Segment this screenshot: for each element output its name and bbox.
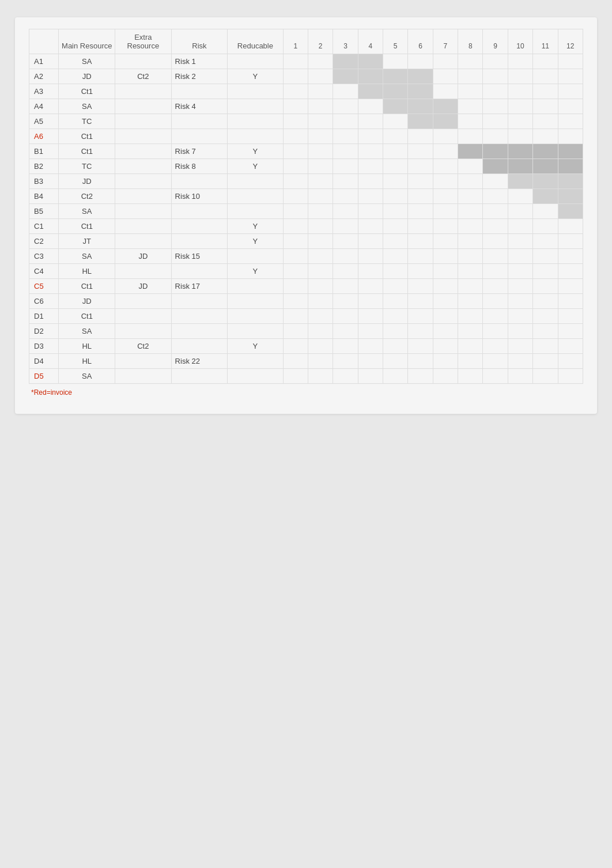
- gantt-cell-A6-3: [333, 129, 358, 144]
- gantt-cell-A4-10: [508, 99, 532, 114]
- cell-risk: [171, 309, 228, 324]
- gantt-cell-B3-8: [458, 174, 483, 189]
- gantt-cell-D2-2: [308, 324, 333, 339]
- gantt-cell-D1-3: [333, 309, 358, 324]
- gantt-cell-A4-12: [558, 99, 583, 114]
- footnote: *Red=invoice: [29, 388, 583, 397]
- gantt-cell-C4-11: [533, 264, 558, 279]
- cell-extra-resource: [115, 174, 172, 189]
- gantt-cell-B4-7: [433, 189, 458, 204]
- gantt-cell-C5-10: [508, 279, 532, 294]
- header-id: [29, 29, 59, 54]
- cell-extra-resource: [115, 204, 172, 219]
- gantt-cell-C4-8: [458, 264, 483, 279]
- gantt-cell-C5-4: [358, 279, 383, 294]
- gantt-cell-B1-4: [358, 144, 383, 159]
- gantt-cell-B3-9: [483, 174, 508, 189]
- gantt-cell-D5-3: [333, 369, 358, 384]
- gantt-cell-A3-1: [283, 84, 308, 99]
- gantt-cell-A5-7: [433, 114, 458, 129]
- gantt-cell-B5-12: [558, 204, 583, 219]
- gantt-cell-D4-6: [408, 354, 433, 369]
- cell-id: B4: [29, 189, 59, 204]
- cell-id: D2: [29, 324, 59, 339]
- gantt-cell-C6-4: [358, 294, 383, 309]
- gantt-cell-C2-12: [558, 234, 583, 249]
- cell-id: A4: [29, 99, 59, 114]
- gantt-cell-C4-6: [408, 264, 433, 279]
- gantt-cell-C5-5: [383, 279, 408, 294]
- gantt-cell-D2-10: [508, 324, 532, 339]
- gantt-cell-C1-12: [558, 219, 583, 234]
- gantt-cell-D5-4: [358, 369, 383, 384]
- gantt-cell-B5-5: [383, 204, 408, 219]
- gantt-cell-A6-4: [358, 129, 383, 144]
- gantt-cell-D2-3: [333, 324, 358, 339]
- cell-extra-resource: JD: [115, 249, 172, 264]
- table-row: B4Ct2Risk 10: [29, 189, 583, 204]
- gantt-cell-D3-1: [283, 339, 308, 354]
- table-row: A4SARisk 4: [29, 99, 583, 114]
- cell-id: C3: [29, 249, 59, 264]
- gantt-cell-A5-12: [558, 114, 583, 129]
- gantt-cell-C3-9: [483, 249, 508, 264]
- gantt-cell-A5-5: [383, 114, 408, 129]
- gantt-cell-A2-3: [333, 69, 358, 84]
- cell-reducable: [228, 189, 283, 204]
- gantt-cell-D2-4: [358, 324, 383, 339]
- gantt-cell-B4-4: [358, 189, 383, 204]
- gantt-cell-C5-11: [533, 279, 558, 294]
- gantt-cell-C3-3: [333, 249, 358, 264]
- gantt-cell-C4-5: [383, 264, 408, 279]
- gantt-cell-C2-11: [533, 234, 558, 249]
- gantt-cell-A6-2: [308, 129, 333, 144]
- gantt-cell-A5-10: [508, 114, 532, 129]
- cell-id: D3: [29, 339, 59, 354]
- gantt-cell-A5-3: [333, 114, 358, 129]
- gantt-cell-A4-3: [333, 99, 358, 114]
- gantt-cell-A3-2: [308, 84, 333, 99]
- gantt-cell-D2-9: [483, 324, 508, 339]
- gantt-cell-C3-12: [558, 249, 583, 264]
- gantt-cell-A2-5: [383, 69, 408, 84]
- header-month-5: 5: [383, 29, 408, 54]
- cell-id: D5: [29, 369, 59, 384]
- cell-main-resource: JT: [59, 234, 115, 249]
- cell-main-resource: HL: [59, 264, 115, 279]
- cell-id: A2: [29, 69, 59, 84]
- gantt-cell-D1-10: [508, 309, 532, 324]
- main-table: Main Resource Extra Resource Risk Reduca…: [29, 29, 583, 384]
- gantt-cell-C2-8: [458, 234, 483, 249]
- gantt-cell-A1-1: [283, 54, 308, 69]
- gantt-cell-D2-12: [558, 324, 583, 339]
- table-row: C1Ct1Y: [29, 219, 583, 234]
- cell-reducable: [228, 294, 283, 309]
- gantt-cell-C3-1: [283, 249, 308, 264]
- gantt-cell-D3-5: [383, 339, 408, 354]
- cell-reducable: [228, 279, 283, 294]
- gantt-cell-A4-8: [458, 99, 483, 114]
- gantt-cell-A6-12: [558, 129, 583, 144]
- cell-id: B3: [29, 174, 59, 189]
- gantt-cell-B1-9: [483, 144, 508, 159]
- table-row: A6Ct1: [29, 129, 583, 144]
- gantt-cell-A3-12: [558, 84, 583, 99]
- gantt-cell-A4-7: [433, 99, 458, 114]
- table-row: A1SARisk 1: [29, 54, 583, 69]
- gantt-cell-C5-8: [458, 279, 483, 294]
- gantt-cell-A2-4: [358, 69, 383, 84]
- cell-reducable: Y: [228, 264, 283, 279]
- gantt-cell-C6-3: [333, 294, 358, 309]
- cell-extra-resource: [115, 369, 172, 384]
- gantt-cell-B3-4: [358, 174, 383, 189]
- gantt-cell-D3-12: [558, 339, 583, 354]
- gantt-cell-A1-6: [408, 54, 433, 69]
- gantt-cell-C5-2: [308, 279, 333, 294]
- cell-reducable: [228, 204, 283, 219]
- gantt-cell-A3-5: [383, 84, 408, 99]
- gantt-cell-B1-6: [408, 144, 433, 159]
- gantt-cell-C6-10: [508, 294, 532, 309]
- cell-id: C1: [29, 219, 59, 234]
- gantt-cell-A6-8: [458, 129, 483, 144]
- cell-risk: [171, 234, 228, 249]
